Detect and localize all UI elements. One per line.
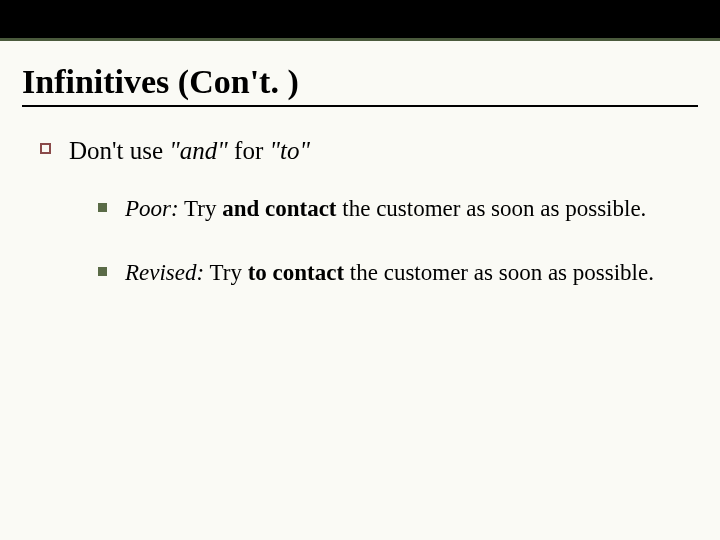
poor-before: Try	[179, 196, 222, 221]
bullet-level2-poor: Poor: Try and contact the customer as so…	[98, 194, 680, 224]
poor-after: the customer as soon as possible.	[337, 196, 647, 221]
top-black-band	[0, 0, 720, 38]
poor-example-text: Poor: Try and contact the customer as so…	[125, 194, 646, 224]
title-underline	[22, 105, 698, 107]
square-fill-bullet-icon	[98, 267, 107, 276]
square-outline-bullet-icon	[40, 143, 51, 154]
text-italic-to: "to"	[270, 137, 310, 164]
slide-title: Infinitives (Con't. )	[22, 63, 698, 101]
text-prefix: Don't use	[69, 137, 169, 164]
text-italic-and: "and"	[169, 137, 228, 164]
slide-content: Don't use "and" for "to" Poor: Try and c…	[0, 113, 720, 288]
square-fill-bullet-icon	[98, 203, 107, 212]
main-point-text: Don't use "and" for "to"	[69, 135, 310, 166]
bullet-level1: Don't use "and" for "to"	[40, 135, 680, 166]
text-middle: for	[228, 137, 270, 164]
revised-before: Try	[204, 260, 247, 285]
label-poor: Poor:	[125, 196, 179, 221]
revised-example-text: Revised: Try to contact the customer as …	[125, 258, 654, 288]
revised-after: the customer as soon as possible.	[344, 260, 654, 285]
bullet-level2-revised: Revised: Try to contact the customer as …	[98, 258, 680, 288]
title-area: Infinitives (Con't. )	[0, 41, 720, 113]
label-revised: Revised:	[125, 260, 204, 285]
revised-bold: to contact	[248, 260, 344, 285]
poor-bold: and contact	[222, 196, 336, 221]
